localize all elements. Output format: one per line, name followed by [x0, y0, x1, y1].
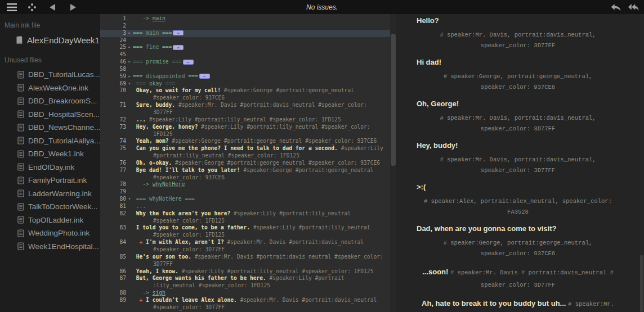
code-editor[interactable]: 1 -> main23▸=== main ===↔2425▸=== fine =…	[100, 14, 390, 312]
sidebar-file-item[interactable]: DBD_HospitalScen...	[0, 108, 100, 121]
main-ink-file-item[interactable]: AlexEndDayWeek1...	[0, 33, 100, 47]
menu-icon[interactable]	[6, 2, 18, 12]
sidebar-file-item[interactable]: Week1EndHospital...	[0, 240, 100, 254]
fold-gutter	[126, 188, 133, 196]
back-icon[interactable]	[46, 2, 59, 12]
sidebar-file-item[interactable]: DBD_Week1.ink	[0, 147, 100, 161]
file-name: LadderWarning.ink	[28, 189, 92, 198]
editor-scrollbar-thumb[interactable]	[391, 34, 396, 166]
code-line-wrap[interactable]: #speaker_color: 937CE6	[100, 174, 390, 182]
code-line[interactable]: 2	[100, 22, 390, 30]
rewind-icon[interactable]	[627, 2, 639, 12]
code-line[interactable]: 59▸=== disappointed ===↔	[100, 73, 390, 80]
code-line-wrap[interactable]: #speaker_color: 1FD125	[100, 218, 390, 225]
code-line-wrap[interactable]: 3D77FF	[100, 109, 390, 116]
code-line[interactable]: 88 -> sigh	[100, 290, 390, 297]
sidebar-file-item[interactable]: WeddingPhoto.ink	[0, 227, 100, 240]
code-line[interactable]: 73 Hey, George, honey? #speaker:Lily #po…	[100, 124, 390, 131]
code-line[interactable]: 58	[100, 66, 390, 73]
code-line[interactable]: 72 ... #speaker:Lily #portrait:lily_neut…	[100, 116, 390, 124]
code-line[interactable]: 75 Can you give me the phone? I need to …	[100, 145, 390, 152]
code-line[interactable]: 82 Why the fuck aren't you here? #speake…	[100, 210, 390, 218]
story-tags: # speaker:George, portrait:george_neutra…	[396, 71, 639, 93]
sidebar-file-item[interactable]: DBD_NewsChanne...	[0, 121, 100, 134]
sidebar-file-item[interactable]: TopOfLadder.ink	[0, 214, 100, 227]
fold-collapsed-icon[interactable]: ▸	[126, 44, 133, 51]
sidebar-file-item[interactable]: AlexWeekOne.ink	[0, 82, 100, 95]
code-line[interactable]: 79	[100, 188, 390, 196]
code-line[interactable]: 86 Yeah, I know. #speaker:Lily #portrait…	[100, 268, 390, 275]
code-text: 1FD125	[133, 131, 390, 138]
editor-scrollbar[interactable]	[390, 14, 396, 312]
code-line[interactable]: 76 Oh, o-okay. #speaker:George #portrait…	[100, 160, 390, 167]
code-line[interactable]: 87 But, George wants his father to be he…	[100, 275, 390, 282]
code-line[interactable]: 85 He's our son too. #speaker:Mr. Davis …	[100, 254, 390, 261]
code-line-wrap[interactable]: #speaker_color: 3D77FF	[100, 304, 390, 311]
code-line-wrap[interactable]: :lily_neutral #speaker_color: 1FD125	[100, 282, 390, 290]
code-line[interactable]: 24	[100, 37, 390, 44]
ink-clover-icon[interactable]	[26, 2, 38, 12]
sidebar-file-item[interactable]: LadderWarning.ink	[0, 187, 100, 201]
line-number: 79	[100, 188, 126, 196]
code-line-wrap[interactable]: #speaker_color: 3D77FF	[100, 246, 390, 254]
code-segment-tag: :lily_neutral #speaker_color: 1FD125	[153, 282, 270, 288]
sidebar-file-item[interactable]: EndOfDay.ink	[0, 161, 100, 174]
fold-gutter	[126, 160, 133, 167]
code-line[interactable]: 69▾ === okay ===	[100, 80, 390, 88]
code-line-wrap[interactable]: #speaker_color: 937CE6	[100, 94, 390, 102]
line-number: 73	[100, 124, 126, 131]
forward-icon[interactable]	[66, 2, 79, 12]
code-line[interactable]: 25▸=== fine ===↔	[100, 44, 390, 51]
code-line[interactable]: 78 -> whyNotHere	[100, 181, 390, 188]
fold-badge[interactable]: ↔	[173, 30, 184, 35]
fold-collapsed-icon[interactable]: ▸	[126, 73, 133, 80]
divert-link[interactable]: whyNotHere	[153, 181, 185, 187]
code-line[interactable]: 70 Okay, so wait for my call! #speaker:G…	[100, 87, 390, 94]
line-number: 88	[100, 290, 126, 297]
fold-badge[interactable]: ↔	[199, 74, 210, 79]
fold-gutter	[126, 22, 133, 30]
code-text: 3D77FF	[133, 109, 390, 116]
code-segment-tag: #speaker:Lily #portrait:lily_neutral #sp…	[149, 116, 341, 123]
fold-badge[interactable]: ↔	[183, 60, 194, 65]
story-entry: ...soon! # speaker:Mr. Davis # portrait:…	[396, 266, 639, 291]
sidebar-file-item[interactable]: DBD_BreakroomS...	[0, 94, 100, 108]
fold-collapsed-icon[interactable]: ▸	[126, 58, 133, 66]
code-line[interactable]: 3▸=== main ===↔	[100, 30, 390, 37]
undo-icon[interactable]	[609, 2, 621, 12]
sidebar-file-item[interactable]: DBD_TutorialAaliya...	[0, 134, 100, 148]
line-number	[100, 232, 126, 239]
fold-open-icon[interactable]: ▾	[126, 80, 133, 88]
sidebar-file-item[interactable]: DBD_TutorialLucas...	[0, 68, 100, 82]
code-line[interactable]: 45	[100, 51, 390, 58]
code-line[interactable]: 74 Yeah, mom? #speaker:George #portrait:…	[100, 138, 390, 145]
code-line-wrap[interactable]: 3D77FF	[100, 261, 390, 268]
player-scrollbar[interactable]	[639, 14, 644, 312]
fold-collapsed-icon[interactable]: ▸	[126, 30, 133, 37]
code-line[interactable]: 84 + I'm with Alex, aren't I? #speaker:M…	[100, 239, 390, 246]
divert-link[interactable]: sigh	[153, 290, 166, 296]
file-name: AlexWeekOne.ink	[28, 84, 88, 92]
code-line[interactable]: 80▾ === whyNotHere ===	[100, 196, 390, 203]
code-line[interactable]: 71 Sure, buddy. #speaker:Mr. Davis #port…	[100, 102, 390, 109]
line-number: 58	[100, 66, 126, 73]
code-line[interactable]: 81 ...	[100, 203, 390, 210]
line-number: 87	[100, 275, 126, 282]
divert-link[interactable]: main	[153, 15, 166, 21]
code-line-wrap[interactable]: 1FD125	[100, 131, 390, 138]
story-tag-line: speaker_color: 3D77FF	[396, 124, 639, 134]
code-line-wrap[interactable]: #portrait:lily_neutral #speaker_color: 1…	[100, 152, 390, 160]
code-line[interactable]: 89 + I couldn't leave Alex alone. #speak…	[100, 297, 390, 304]
fold-open-icon[interactable]: ▾	[126, 196, 133, 203]
sidebar-file-item[interactable]: FamilyPortrait.ink	[0, 174, 100, 187]
code-text: === okay ===	[133, 80, 390, 88]
code-line[interactable]: 83 I told you to come, to be a father. #…	[100, 224, 390, 232]
code-line[interactable]: 1 -> main	[100, 15, 390, 22]
file-name: DBD_Week1.ink	[28, 150, 84, 158]
player-scrollbar-thumb[interactable]	[640, 255, 643, 312]
fold-badge[interactable]: ↔	[173, 45, 184, 50]
code-line[interactable]: 77 Bye dad! I'll talk to you later! #spe…	[100, 167, 390, 174]
code-line[interactable]: 46▸=== promise ===↔	[100, 58, 390, 66]
code-line-wrap[interactable]: #speaker_color: 1FD125	[100, 232, 390, 239]
sidebar-file-item[interactable]: TalkToDoctorWeek...	[0, 200, 100, 214]
